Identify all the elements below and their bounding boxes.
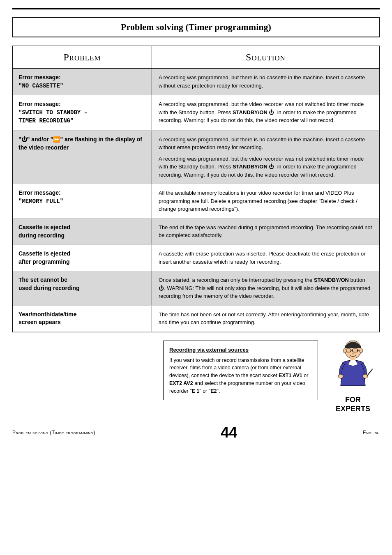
problem-memory-full: Error message: "MEMORY FULL" (13, 184, 152, 218)
problem-label: Error message: (18, 74, 61, 81)
svg-line-11 (367, 369, 372, 375)
problem-cannot-use: The set cannot beused during recording (13, 271, 152, 305)
expert-image-box: FOR EXPERTS (326, 341, 380, 413)
page-title: Problem solving (Timer programming) (21, 22, 371, 32)
main-table: Problem Solution Error message: "NO CASS… (12, 46, 380, 332)
solution-header: Solution (156, 51, 375, 63)
row-memory-full: Error message: "MEMORY FULL" All the ava… (13, 184, 379, 219)
footer-bar: Problem solving (Timer programming) 44 E… (12, 421, 380, 441)
problem-value: Cassette is ejectedduring recording (18, 224, 70, 239)
problem-no-cassette: Error message: "NO CASSETTE" (13, 69, 152, 95)
problem-flashing: "⏻" and/or "⏩" are flashing in the displ… (13, 131, 152, 184)
row-cassette-after: Cassette is ejectedafter programming A c… (13, 245, 379, 271)
svg-point-7 (360, 349, 363, 353)
solution-cannot-use: Once started, a recording can only be in… (152, 271, 379, 305)
problem-cassette-during: Cassette is ejectedduring recording (13, 219, 152, 244)
solution-text: A cassette with erase protection was ins… (159, 250, 373, 266)
solution-text: Once started, a recording can only be in… (159, 276, 373, 300)
problem-cassette-after: Cassette is ejectedafter programming (13, 245, 152, 271)
for-experts-label: FOR EXPERTS (336, 396, 370, 413)
solution-year-month: The time has not been set or not set cor… (152, 306, 379, 332)
expert-box: Recording via external sources If you wa… (163, 341, 318, 400)
header-row: Problem Solution (13, 46, 379, 69)
expert-figure-svg (330, 341, 376, 394)
solution-text-1: A recording was programmed, but there is… (159, 136, 373, 152)
expert-box-text: If you want to watch or record transmiss… (169, 357, 312, 395)
row-cannot-use: The set cannot beused during recording O… (13, 271, 379, 306)
solution-switch-standby: A recording was programmed, but the vide… (152, 95, 379, 130)
row-flashing-icons: "⏻" and/or "⏩" are flashing in the displ… (13, 131, 379, 184)
problem-value: The set cannot beused during recording (18, 276, 80, 291)
solution-text: A recording was programmed, but the vide… (159, 100, 373, 124)
solution-text-2: A recording was programmed, but the vide… (159, 155, 373, 179)
row-year-month: Year/month/date/timescreen appears The t… (13, 306, 379, 332)
problem-label: Error message: (18, 189, 61, 196)
page-container: Problem solving (Timer programming) Prob… (0, 0, 392, 555)
problem-switch-standby: Error message: "SWITCH TO STANDBY –TIMER… (13, 95, 152, 130)
solution-no-cassette: A recording was programmed, but there is… (152, 69, 379, 95)
footer-left: Problem solving (Timer programming) (12, 430, 95, 435)
footer-center: 44 (221, 424, 237, 441)
footer-right: English (363, 430, 380, 435)
solution-cassette-during: The end of the tape was reached during a… (152, 219, 379, 244)
solution-text: All the available memory locations in yo… (159, 189, 373, 213)
header-solution-cell: Solution (152, 46, 379, 68)
top-rule (12, 8, 380, 9)
header-problem-cell: Problem (13, 46, 152, 68)
solution-text: A recording was programmed, but there is… (159, 74, 373, 90)
solution-text: The time has not been set or not set cor… (159, 311, 373, 327)
problem-value: Cassette is ejectedafter programming (18, 250, 70, 265)
title-box: Problem solving (Timer programming) (12, 17, 380, 37)
problem-value: "SWITCH TO STANDBY –TIMER RECORDING" (18, 109, 88, 124)
svg-point-10 (363, 374, 368, 378)
problem-year-month: Year/month/date/timescreen appears (13, 306, 152, 332)
problem-value: "NO CASSETTE" (18, 83, 63, 89)
row-switch-standby: Error message: "SWITCH TO STANDBY –TIMER… (13, 95, 379, 131)
expert-box-title: Recording via external sources (169, 346, 312, 354)
solution-flashing: A recording was programmed, but there is… (152, 131, 379, 184)
problem-header: Problem (17, 51, 148, 63)
solution-cassette-after: A cassette with erase protection was ins… (152, 245, 379, 271)
bottom-section: Recording via external sources If you wa… (12, 341, 380, 413)
problem-value: "⏻" and/or "⏩" are flashing in the displ… (18, 136, 142, 151)
solution-memory-full: All the available memory locations in yo… (152, 184, 379, 218)
row-no-cassette: Error message: "NO CASSETTE" A recording… (13, 69, 379, 95)
problem-value: Year/month/date/timescreen appears (18, 311, 77, 326)
problem-value: "MEMORY FULL" (18, 198, 63, 205)
problem-label: Error message: (18, 101, 61, 107)
solution-text: The end of the tape was reached during a… (159, 223, 373, 240)
svg-point-9 (338, 374, 343, 378)
row-cassette-during: Cassette is ejectedduring recording The … (13, 219, 379, 245)
svg-point-6 (343, 349, 346, 353)
